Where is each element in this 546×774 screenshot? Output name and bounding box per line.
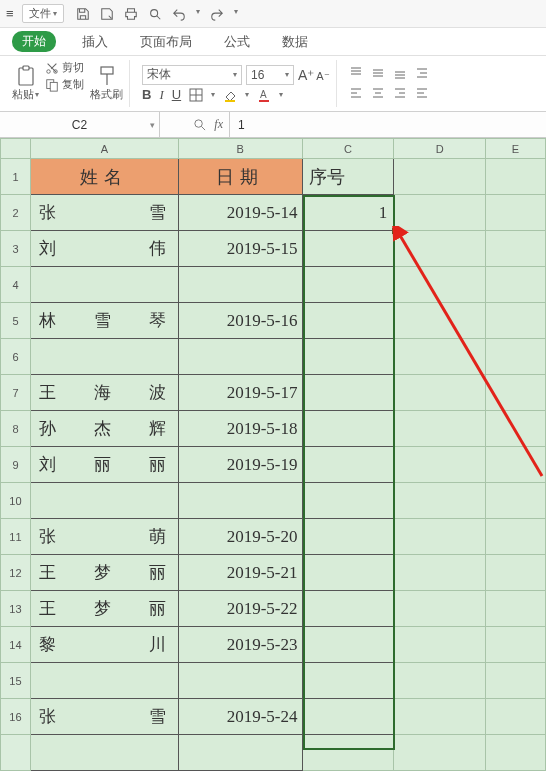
save-icon[interactable] [76, 7, 90, 21]
row-header[interactable]: 4 [1, 267, 31, 303]
italic-button[interactable]: I [159, 87, 163, 103]
row-header[interactable]: 16 [1, 699, 31, 735]
align-right-icon[interactable] [393, 86, 409, 102]
row-header[interactable]: 1 [1, 159, 31, 195]
col-header-A[interactable]: A [30, 139, 178, 159]
cell[interactable] [394, 555, 486, 591]
cell-name[interactable] [30, 267, 178, 303]
header-seq[interactable]: 序号 [302, 159, 394, 195]
cell[interactable] [486, 483, 546, 519]
menu-icon[interactable]: ≡ [6, 6, 14, 21]
cell[interactable] [486, 411, 546, 447]
cell[interactable] [394, 339, 486, 375]
spreadsheet-grid[interactable]: A B C D E 1 姓名 日期 序号 2 张雪 2019-5-14 1 3 … [0, 138, 546, 771]
cell-seq[interactable] [302, 555, 394, 591]
chevron-down-icon[interactable]: ▾ [245, 90, 249, 99]
cell[interactable] [394, 663, 486, 699]
increase-font-icon[interactable]: A⁺ [298, 67, 314, 83]
row-header[interactable]: 6 [1, 339, 31, 375]
cell[interactable] [486, 231, 546, 267]
indent-increase-icon[interactable] [415, 66, 431, 82]
cell[interactable] [394, 735, 486, 771]
cell-seq[interactable] [302, 447, 394, 483]
cell-name[interactable] [30, 339, 178, 375]
cell-date[interactable]: 2019-5-15 [178, 231, 302, 267]
name-box[interactable]: C2 ▾ [0, 112, 160, 137]
cell[interactable] [394, 447, 486, 483]
tab-insert[interactable]: 插入 [76, 31, 114, 53]
cell-seq[interactable] [302, 591, 394, 627]
row-header[interactable]: 5 [1, 303, 31, 339]
cell[interactable] [394, 303, 486, 339]
font-name-select[interactable]: 宋体 ▾ [142, 65, 242, 85]
cell[interactable] [394, 591, 486, 627]
cell-date[interactable]: 2019-5-19 [178, 447, 302, 483]
bold-button[interactable]: B [142, 87, 151, 102]
cell[interactable] [486, 555, 546, 591]
save-as-icon[interactable] [100, 7, 114, 21]
cell[interactable] [394, 483, 486, 519]
cell-seq[interactable] [302, 267, 394, 303]
cell[interactable] [394, 519, 486, 555]
row-header[interactable]: 10 [1, 483, 31, 519]
font-size-select[interactable]: 16 ▾ [246, 65, 294, 85]
underline-button[interactable]: U [172, 87, 181, 102]
cell[interactable] [486, 699, 546, 735]
undo-more-icon[interactable]: ▾ [196, 7, 200, 21]
formula-input[interactable]: 1 [230, 112, 546, 137]
cell-name[interactable]: 张萌 [30, 519, 178, 555]
cell-seq[interactable] [302, 483, 394, 519]
row-header[interactable]: 13 [1, 591, 31, 627]
tab-data[interactable]: 数据 [276, 31, 314, 53]
paste-button[interactable]: 粘贴▾ [12, 60, 39, 107]
cell-seq[interactable] [302, 663, 394, 699]
col-header-B[interactable]: B [178, 139, 302, 159]
cell[interactable] [486, 447, 546, 483]
align-left-icon[interactable] [349, 86, 365, 102]
cell-date[interactable]: 2019-5-17 [178, 375, 302, 411]
chevron-down-icon[interactable]: ▾ [211, 90, 215, 99]
cell-name[interactable]: 王梦丽 [30, 591, 178, 627]
cell-date[interactable]: 2019-5-21 [178, 555, 302, 591]
cell[interactable] [394, 699, 486, 735]
header-date[interactable]: 日期 [178, 159, 302, 195]
cell-date[interactable]: 2019-5-20 [178, 519, 302, 555]
cell[interactable] [486, 267, 546, 303]
row-header[interactable] [1, 735, 31, 771]
row-header[interactable]: 14 [1, 627, 31, 663]
cell[interactable] [394, 195, 486, 231]
undo-icon[interactable] [172, 7, 186, 21]
cell-seq[interactable] [302, 303, 394, 339]
cell-seq[interactable] [302, 519, 394, 555]
redo-icon[interactable] [210, 7, 224, 21]
tab-layout[interactable]: 页面布局 [134, 31, 198, 53]
cell-seq[interactable]: 1 [302, 195, 394, 231]
col-header-E[interactable]: E [486, 139, 546, 159]
tab-start[interactable]: 开始 [12, 31, 56, 52]
cell-seq[interactable] [302, 339, 394, 375]
cell-date[interactable]: 2019-5-23 [178, 627, 302, 663]
cell-name[interactable]: 王海波 [30, 375, 178, 411]
cell-name[interactable]: 黎川 [30, 627, 178, 663]
cell[interactable] [486, 663, 546, 699]
borders-button[interactable] [189, 88, 203, 102]
row-header[interactable]: 11 [1, 519, 31, 555]
select-all-corner[interactable] [1, 139, 31, 159]
row-header[interactable]: 12 [1, 555, 31, 591]
row-header[interactable]: 8 [1, 411, 31, 447]
row-header[interactable]: 2 [1, 195, 31, 231]
cell-date[interactable] [178, 339, 302, 375]
file-menu[interactable]: 文件 ▾ [22, 4, 64, 23]
align-center-icon[interactable] [371, 86, 387, 102]
cell[interactable] [486, 627, 546, 663]
row-header[interactable]: 3 [1, 231, 31, 267]
chevron-down-icon[interactable]: ▾ [279, 90, 283, 99]
align-bottom-icon[interactable] [393, 66, 409, 82]
cut-button[interactable]: 剪切 [45, 60, 84, 75]
align-middle-icon[interactable] [371, 66, 387, 82]
cell-date[interactable] [178, 267, 302, 303]
cell-seq[interactable] [302, 411, 394, 447]
cell[interactable] [394, 627, 486, 663]
cell-name[interactable] [30, 483, 178, 519]
col-header-D[interactable]: D [394, 139, 486, 159]
